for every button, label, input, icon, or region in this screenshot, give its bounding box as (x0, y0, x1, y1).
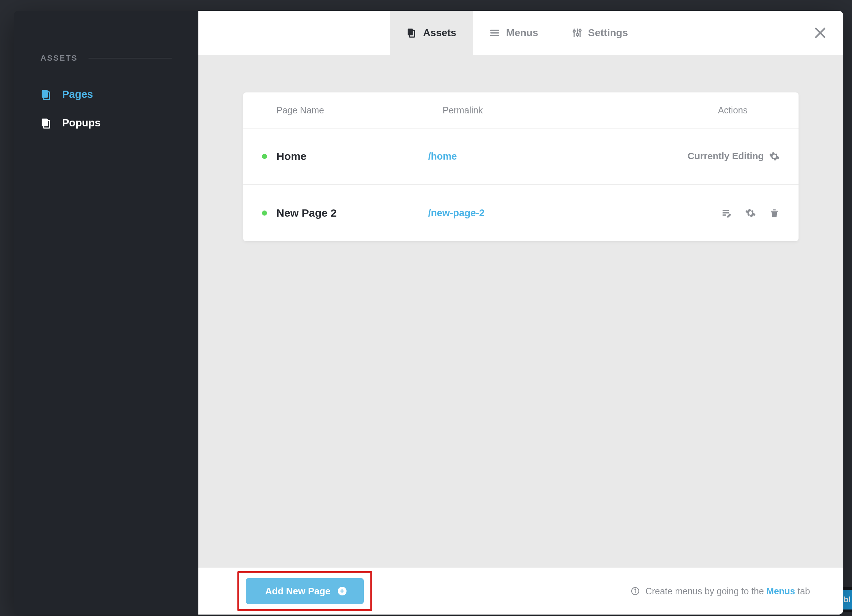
tabs-spacer (198, 11, 390, 55)
tab-assets[interactable]: Assets (390, 11, 473, 55)
hint-prefix: Create menus by going to the (645, 586, 766, 596)
svg-point-16 (579, 29, 581, 32)
link-cell: /home (428, 151, 686, 162)
currently-editing-label: Currently Editing (687, 151, 764, 162)
main-panel: Assets Menus Settings (198, 11, 843, 614)
highlight-annotation: Add New Page + (237, 571, 372, 611)
plus-circle-icon: + (338, 587, 346, 595)
th-permalink: Permalink (443, 105, 686, 116)
add-button-label: Add New Page (265, 586, 331, 597)
sidebar-item-popups[interactable]: Popups (14, 109, 198, 137)
pages-icon (41, 89, 51, 100)
assets-modal: ASSETS Pages Popups Assets (14, 11, 843, 614)
pages-table: Page Name Permalink Actions Home /home (243, 92, 799, 241)
close-icon[interactable] (814, 26, 827, 39)
footer-hint: Create menus by going to the Menus tab (631, 586, 810, 596)
svg-rect-4 (42, 119, 48, 126)
table-row: Home /home Currently Editing (243, 128, 799, 185)
permalink-link[interactable]: /new-page-2 (428, 208, 485, 218)
sidebar-section-header: ASSETS (14, 53, 198, 63)
actions-cell (686, 208, 780, 218)
tab-label: Menus (506, 27, 538, 39)
svg-rect-2 (42, 90, 48, 98)
settings-icon (572, 28, 582, 38)
permalink-link[interactable]: /home (428, 151, 457, 162)
edit-icon[interactable] (721, 208, 732, 218)
sidebar-item-label: Popups (62, 117, 100, 129)
svg-point-12 (573, 30, 575, 32)
tab-settings[interactable]: Settings (555, 11, 645, 55)
page-name: Home (276, 150, 307, 163)
status-dot-icon (262, 211, 267, 215)
tab-label: Assets (423, 27, 456, 39)
gear-icon[interactable] (745, 208, 756, 218)
th-actions: Actions (686, 105, 780, 116)
gear-icon[interactable] (769, 151, 780, 162)
popups-icon (41, 118, 51, 128)
content-area: Page Name Permalink Actions Home /home (198, 55, 843, 568)
svg-point-21 (635, 589, 636, 590)
th-page-name: Page Name (276, 105, 443, 116)
currently-editing: Currently Editing (686, 151, 780, 162)
footer-hint-text: Create menus by going to the Menus tab (645, 586, 810, 596)
svg-point-14 (576, 33, 579, 36)
table-row: New Page 2 /new-page-2 (243, 185, 799, 241)
status-dot-icon (262, 154, 267, 159)
page-name: New Page 2 (276, 207, 337, 219)
sidebar-item-label: Pages (62, 89, 93, 100)
tabs-row: Assets Menus Settings (198, 11, 843, 55)
sidebar-section-title: ASSETS (41, 53, 78, 63)
info-icon (631, 587, 639, 595)
add-new-page-button[interactable]: Add New Page + (246, 578, 364, 604)
tab-label: Settings (588, 27, 628, 39)
menus-icon (489, 28, 500, 38)
name-cell: New Page 2 (262, 207, 428, 219)
footer: Add New Page + Create menus by going to … (198, 568, 843, 614)
sidebar: ASSETS Pages Popups (14, 11, 198, 614)
name-cell: Home (262, 150, 428, 163)
tab-menus[interactable]: Menus (473, 11, 555, 55)
hint-menus-link[interactable]: Menus (766, 586, 795, 596)
link-cell: /new-page-2 (428, 208, 686, 219)
assets-icon (406, 28, 417, 38)
sidebar-section-divider (89, 58, 172, 59)
trash-icon[interactable] (769, 208, 780, 218)
svg-rect-6 (408, 29, 413, 35)
sidebar-item-pages[interactable]: Pages (14, 80, 198, 109)
hint-suffix: tab (795, 586, 810, 596)
actions-cell: Currently Editing (686, 151, 780, 162)
table-header: Page Name Permalink Actions (243, 92, 799, 128)
